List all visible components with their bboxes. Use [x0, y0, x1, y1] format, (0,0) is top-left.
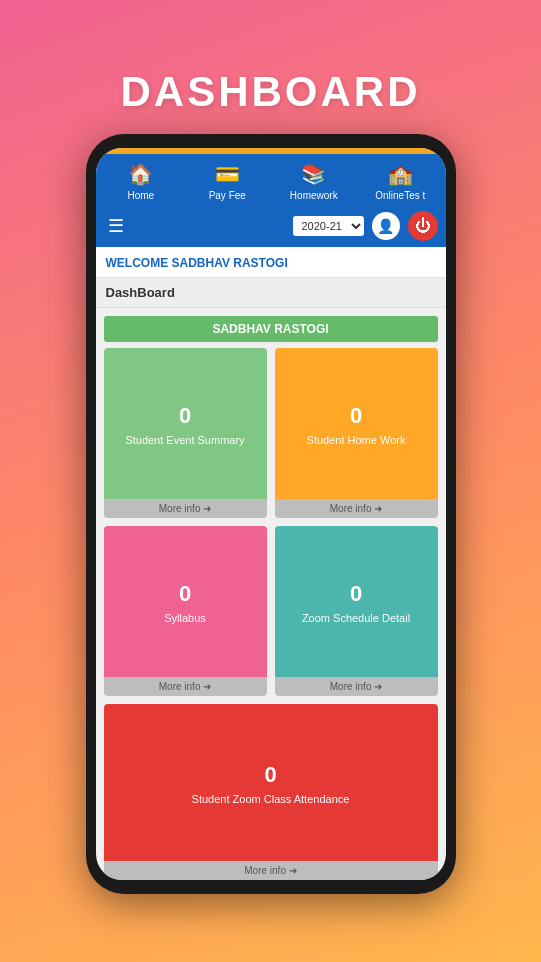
cards-grid: 0 Student Event Summary More info 0 Stud… [96, 348, 446, 880]
card-body-homework: 0 Student Home Work [275, 348, 438, 499]
event-more-info: More info [159, 503, 211, 514]
zoom-number: 0 [350, 581, 362, 607]
zoom-more-info: More info [330, 681, 382, 692]
online-test-icon: 🏫 [385, 160, 415, 188]
nav-item-online-test[interactable]: 🏫 OnlineTes t [370, 160, 430, 201]
card-syllabus[interactable]: 0 Syllabus More info [104, 526, 267, 696]
power-button[interactable]: ⏻ [408, 211, 438, 241]
event-footer[interactable]: More info [104, 499, 267, 518]
zoom-label: Zoom Schedule Detail [302, 611, 410, 625]
phone-frame: 🏠 Home 💳 Pay Fee 📚 Homework 🏫 OnlineTes … [86, 134, 456, 894]
name-banner: SADBHAV RASTOGI [104, 316, 438, 342]
syllabus-more-info: More info [159, 681, 211, 692]
syllabus-number: 0 [179, 581, 191, 607]
nav-home-label: Home [127, 190, 154, 201]
homework-label: Student Home Work [307, 433, 406, 447]
syllabus-footer[interactable]: More info [104, 677, 267, 696]
hamburger-button[interactable]: ☰ [104, 213, 128, 239]
attendance-number: 0 [264, 762, 276, 788]
dashboard-label: DashBoard [96, 278, 446, 308]
homework-more-info: More info [330, 503, 382, 514]
page-title: DASHBOARD [121, 68, 421, 116]
event-label: Student Event Summary [125, 433, 244, 447]
nav-onlinetest-label: OnlineTes t [375, 190, 425, 201]
card-student-home-work[interactable]: 0 Student Home Work More info [275, 348, 438, 518]
toolbar: ☰ 2020-21 2019-20 2018-19 👤 ⏻ [96, 205, 446, 247]
welcome-bar: WELCOME SADBHAV RASTOGI [96, 247, 446, 278]
event-number: 0 [179, 403, 191, 429]
card-student-event-summary[interactable]: 0 Student Event Summary More info [104, 348, 267, 518]
syllabus-label: Syllabus [164, 611, 206, 625]
zoom-footer[interactable]: More info [275, 677, 438, 696]
card-body-syllabus: 0 Syllabus [104, 526, 267, 677]
nav-homework-label: Homework [290, 190, 338, 201]
phone-screen: 🏠 Home 💳 Pay Fee 📚 Homework 🏫 OnlineTes … [96, 148, 446, 880]
homework-number: 0 [350, 403, 362, 429]
attendance-label: Student Zoom Class Attendance [192, 792, 350, 806]
welcome-text: WELCOME SADBHAV RASTOGI [106, 256, 288, 270]
attendance-more-info: More info [244, 865, 296, 876]
attendance-footer[interactable]: More info [104, 861, 438, 880]
card-zoom-schedule[interactable]: 0 Zoom Schedule Detail More info [275, 526, 438, 696]
year-select[interactable]: 2020-21 2019-20 2018-19 [293, 216, 364, 236]
nav-item-homework[interactable]: 📚 Homework [284, 160, 344, 201]
pay-fee-icon: 💳 [212, 160, 242, 188]
card-zoom-attendance[interactable]: 0 Student Zoom Class Attendance More inf… [104, 704, 438, 880]
homework-icon: 📚 [299, 160, 329, 188]
homework-footer[interactable]: More info [275, 499, 438, 518]
card-body-zoom: 0 Zoom Schedule Detail [275, 526, 438, 677]
top-nav: 🏠 Home 💳 Pay Fee 📚 Homework 🏫 OnlineTes … [96, 154, 446, 205]
profile-button[interactable]: 👤 [372, 212, 400, 240]
nav-payfee-label: Pay Fee [209, 190, 246, 201]
nav-item-home[interactable]: 🏠 Home [111, 160, 171, 201]
nav-item-pay-fee[interactable]: 💳 Pay Fee [197, 160, 257, 201]
card-body-event: 0 Student Event Summary [104, 348, 267, 499]
home-icon: 🏠 [126, 160, 156, 188]
card-body-attendance: 0 Student Zoom Class Attendance [104, 704, 438, 861]
